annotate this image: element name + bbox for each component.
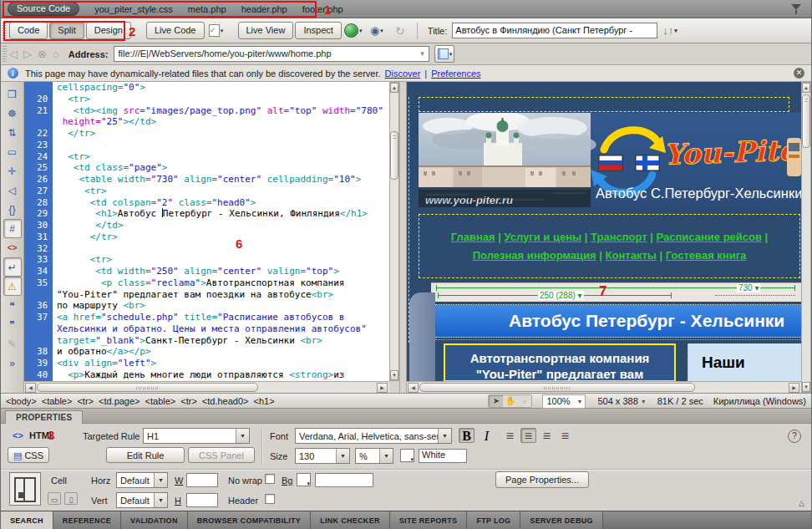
view-options-icon[interactable]: ▾ [434,45,454,63]
address-input[interactable]: file:///E|/WebServers/home/you-piter/www… [114,46,429,62]
more-options-icon[interactable]: » [3,354,22,373]
size-select[interactable]: 130▼ [295,448,350,464]
select-tool-icon[interactable]: ➤ [489,395,503,407]
table-width-bar[interactable]: 730 ▾ 250 (288) ▾ [431,282,801,302]
related-file-tab[interactable]: meta.php [188,4,226,14]
design-horizontal-scrollbar[interactable]: ◀ ▶ [407,381,801,393]
back-icon[interactable]: ◁ [9,48,18,60]
size-unit-select[interactable]: %▼ [355,448,393,464]
design-vertical-scrollbar[interactable]: ▲ ▼ [801,82,811,393]
close-info-bar-icon[interactable]: ✕ [794,68,804,79]
html-mode-button[interactable]: HTML [29,430,55,440]
related-file-tab[interactable]: footer.php [302,4,343,14]
no-wrap-checkbox[interactable] [265,474,275,484]
results-tab-search[interactable]: SEARCH [1,511,53,529]
design-view[interactable]: You-Piter Автобус С.Петербург-Хельсинки … [407,82,801,393]
header-checkbox[interactable] [265,494,275,504]
format-source-icon[interactable]: ✎ [3,334,22,354]
text-color-swatch[interactable] [400,449,414,462]
zoom-tool-icon[interactable]: ⌕ [517,395,531,407]
related-file-tab[interactable]: header.php [241,4,287,14]
bold-button[interactable]: B [459,428,475,443]
stop-icon[interactable]: ⊗ [38,48,47,60]
hand-tool-icon[interactable]: ✋ [503,395,517,407]
window-size-select[interactable]: 504 x 388▼ [594,395,648,408]
nav-link[interactable]: Полезная информация [473,249,596,262]
results-tab-validation[interactable]: VALIDATION [121,511,188,529]
select-parent-tag-icon[interactable]: ◁ [3,181,22,200]
page-properties-button[interactable]: Page Properties... [495,471,589,488]
preferences-link[interactable]: Preferences [431,69,480,79]
results-tab-reference[interactable]: REFERENCE [53,511,121,529]
split-view-button[interactable]: Split [49,22,84,39]
design-view-button[interactable]: Design [86,22,131,39]
h1-banner[interactable]: Автобус Петербург - Хельсинки [435,304,801,338]
tag-selector-item[interactable]: <h1> [254,396,275,406]
live-view-button[interactable]: Live View [238,22,294,39]
filter-related-files-icon[interactable] [791,4,801,14]
css-panel-button[interactable]: CSS Panel [188,447,255,463]
tag-selector-item[interactable]: <tr> [180,396,197,406]
tag-selector-item[interactable]: <body> [6,396,37,406]
nav-link[interactable]: Услуги и цены [505,231,582,243]
reclama-cell[interactable]: Автотранспортная компания "You-Piter" пр… [444,343,676,382]
nav-link[interactable]: Контакты [606,249,657,262]
results-tab-browser-compatibility[interactable]: BROWSER COMPATIBILITY [188,511,311,529]
balance-braces-icon[interactable]: {} [3,200,22,219]
tag-selector-item[interactable]: <table> [145,396,176,406]
targeted-rule-select[interactable]: H1▼ [143,428,250,444]
line-numbers-icon[interactable]: # [3,219,22,238]
home-icon[interactable]: ⌂ [53,48,59,60]
tag-selector-item[interactable]: <tr> [77,396,94,406]
pane-splitter[interactable] [399,82,407,393]
nav-link[interactable]: Гостевая книга [666,249,747,262]
tag-selector-item[interactable]: <td.page> [99,396,140,406]
align-center-button[interactable]: ≡ [520,428,536,443]
font-select[interactable]: Verdana, Arial, Helvetica, sans-serif▼ [295,428,452,444]
nav-link[interactable]: Транспорт [591,231,647,243]
split-cell-icon[interactable]: ▯ [64,492,78,505]
source-code-tab[interactable]: Source Code [8,2,79,16]
align-left-button[interactable]: ≡ [502,428,518,443]
align-justify-button[interactable]: ≡ [557,428,573,443]
collapse-panel-icon[interactable]: △ [799,499,804,507]
edit-rule-button[interactable]: Edit Rule [106,447,185,463]
inspect-button[interactable]: Inspect [295,22,341,39]
title-input[interactable]: Автобус в Финляндию (Санкт Петербург - Х… [452,23,657,38]
width-input[interactable] [186,473,218,487]
code-horizontal-scrollbar[interactable]: ◀ ▶ [24,381,389,393]
visual-aids-icon[interactable]: ◉▾ [367,23,387,39]
table-width-label-inner[interactable]: 250 (288) ▾ [538,291,584,300]
table-width-label-outer[interactable]: 730 ▾ [737,283,760,292]
live-code-button[interactable]: Live Code [146,22,205,39]
toolbar-grip[interactable] [3,46,7,63]
code-view-button[interactable]: Code [9,22,48,39]
discover-link[interactable]: Discover [385,69,421,79]
collapse-selection-icon[interactable]: ▭ [3,142,22,161]
address-dropdown-icon[interactable]: ▼ [419,47,426,61]
nav-link[interactable]: Расписание рейсов [657,231,762,243]
bg-color-input[interactable] [315,473,373,487]
apply-comment-icon[interactable]: ❝ [3,296,22,315]
horz-select[interactable]: Default▼ [116,472,168,488]
syntax-error-alerts-icon[interactable]: ⚠ [3,277,22,296]
related-file-tab[interactable]: you_piter_style.css [94,4,173,14]
vert-select[interactable]: Default▼ [116,492,168,508]
collapse-full-tag-icon[interactable]: ⇅ [3,123,22,142]
expand-all-icon[interactable]: ✛ [3,161,22,181]
services-cell[interactable]: Наши услуги [688,343,801,382]
remove-comment-icon[interactable]: ❞ [3,315,22,334]
nav-link[interactable]: Главная [451,231,495,243]
results-tab-ftp-log[interactable]: FTP LOG [467,511,520,529]
tag-selector-item[interactable]: <table> [42,396,73,406]
merge-cells-icon[interactable]: ▭ [48,492,61,505]
preview-in-browser-icon[interactable]: ▾ [343,23,363,39]
results-tab-server-debug[interactable]: SERVER DEBUG [520,511,602,529]
refresh-icon[interactable]: ↻ [390,23,410,39]
text-color-input[interactable]: White [419,449,467,463]
results-tab-site-reports[interactable]: SITE REPORTS [390,511,468,529]
highlight-invalid-code-icon[interactable]: <> [3,238,22,257]
help-icon[interactable]: ? [788,430,801,443]
italic-button[interactable]: I [479,428,495,443]
code-navigator-icon[interactable]: ☸ [3,104,22,123]
